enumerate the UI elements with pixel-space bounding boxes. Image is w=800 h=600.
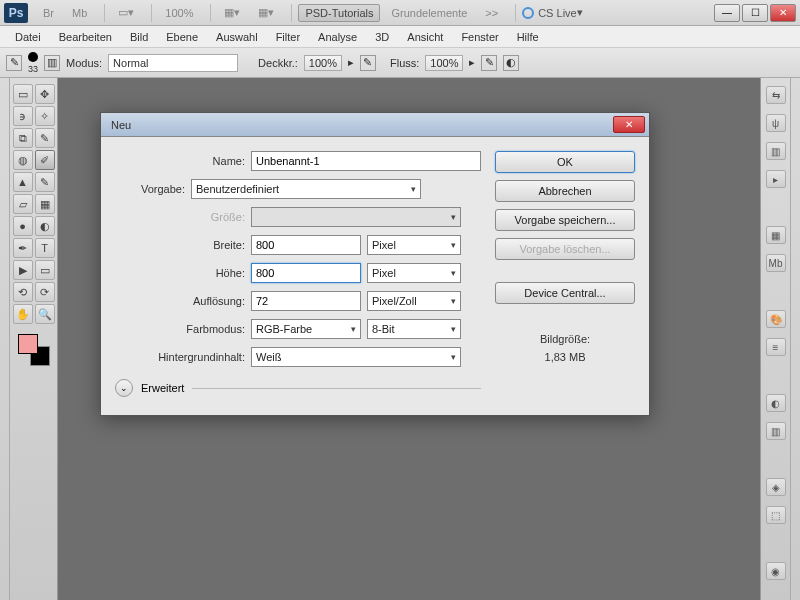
dodge-tool[interactable]: ◐	[35, 216, 55, 236]
maximize-button[interactable]: ☐	[742, 4, 768, 22]
background-select[interactable]: Weiß	[251, 347, 461, 367]
menu-analyse[interactable]: Analyse	[309, 31, 366, 43]
height-unit-select[interactable]: Pixel	[367, 263, 461, 283]
color-swatches[interactable]	[18, 334, 50, 366]
brush-panel-toggle[interactable]: ▥	[44, 55, 60, 71]
minimize-button[interactable]: —	[714, 4, 740, 22]
panel-icon-1[interactable]: ⇆	[766, 86, 786, 104]
panel-icon-11[interactable]: ◈	[766, 478, 786, 496]
background-label: Hintergrundinhalt:	[115, 351, 245, 363]
menu-3d[interactable]: 3D	[366, 31, 398, 43]
resolution-label: Auflösung:	[115, 295, 245, 307]
preset-label: Vorgabe:	[115, 183, 185, 195]
tablet-pressure-icon[interactable]: ◐	[503, 55, 519, 71]
name-input[interactable]	[251, 151, 481, 171]
blend-mode-select[interactable]: Normal	[108, 54, 238, 72]
panel-icon-10[interactable]: ▥	[766, 422, 786, 440]
crop-tool[interactable]: ⧉	[13, 128, 33, 148]
menu-ebene[interactable]: Ebene	[157, 31, 207, 43]
width-input[interactable]	[251, 235, 361, 255]
menu-filter[interactable]: Filter	[267, 31, 309, 43]
panel-icon-6[interactable]: Mb	[766, 254, 786, 272]
resolution-input[interactable]	[251, 291, 361, 311]
marquee-tool[interactable]: ▭	[13, 84, 33, 104]
menu-datei[interactable]: Datei	[6, 31, 50, 43]
height-input[interactable]	[251, 263, 361, 283]
zoom-level[interactable]: 100%	[158, 4, 200, 22]
airbrush-icon[interactable]: ✎	[481, 55, 497, 71]
advanced-label: Erweitert	[141, 382, 184, 394]
colormode-select[interactable]: RGB-Farbe	[251, 319, 361, 339]
menu-hilfe[interactable]: Hilfe	[508, 31, 548, 43]
eyedropper-tool[interactable]: ✎	[35, 128, 55, 148]
width-unit-select[interactable]: Pixel	[367, 235, 461, 255]
stamp-tool[interactable]: ▲	[13, 172, 33, 192]
3d-tool[interactable]: ⟲	[13, 282, 33, 302]
panel-icon-2[interactable]: ψ	[766, 114, 786, 132]
save-preset-button[interactable]: Vorgabe speichern...	[495, 209, 635, 231]
width-label: Breite:	[115, 239, 245, 251]
options-bar: ✎ 33 ▥ Modus: Normal Deckkr.: 100%▸ ✎ Fl…	[0, 48, 800, 78]
brush-preview[interactable]: 33	[28, 52, 38, 74]
history-brush-tool[interactable]: ✎	[35, 172, 55, 192]
move-tool[interactable]: ✥	[35, 84, 55, 104]
panel-icon-3[interactable]: ▥	[766, 142, 786, 160]
menu-fenster[interactable]: Fenster	[452, 31, 507, 43]
advanced-toggle[interactable]: ⌄	[115, 379, 133, 397]
workspace-more[interactable]: >>	[478, 4, 505, 22]
opacity-value[interactable]: 100%	[304, 55, 342, 71]
type-tool[interactable]: T	[35, 238, 55, 258]
magic-wand-tool[interactable]: ✧	[35, 106, 55, 126]
dialog-titlebar[interactable]: Neu ✕	[101, 113, 649, 137]
tool-preset-picker[interactable]: ✎	[6, 55, 22, 71]
panel-icon-13[interactable]: ◉	[766, 562, 786, 580]
resolution-unit-select[interactable]: Pixel/Zoll	[367, 291, 461, 311]
ok-button[interactable]: OK	[495, 151, 635, 173]
3d-camera-tool[interactable]: ⟳	[35, 282, 55, 302]
extras-button[interactable]: ▦▾	[251, 3, 281, 22]
left-edge	[0, 78, 10, 600]
device-central-button[interactable]: Device Central...	[495, 282, 635, 304]
gradient-tool[interactable]: ▦	[35, 194, 55, 214]
blur-tool[interactable]: ●	[13, 216, 33, 236]
workspace-tab-2[interactable]: Grundelemente	[384, 4, 474, 22]
panel-icon-5[interactable]: ▦	[766, 226, 786, 244]
arrange-button[interactable]: ▦▾	[217, 3, 247, 22]
minibridge-button[interactable]: Mb	[65, 4, 94, 22]
lasso-tool[interactable]: ϶	[13, 106, 33, 126]
hand-tool[interactable]: ✋	[13, 304, 33, 324]
flow-value[interactable]: 100%	[425, 55, 463, 71]
menu-ansicht[interactable]: Ansicht	[398, 31, 452, 43]
menu-auswahl[interactable]: Auswahl	[207, 31, 267, 43]
bridge-button[interactable]: Br	[36, 4, 61, 22]
right-edge	[790, 78, 800, 600]
menu-bild[interactable]: Bild	[121, 31, 157, 43]
brush-tool[interactable]: ✐	[35, 150, 55, 170]
cs-live-button[interactable]: CS Live ▾	[522, 6, 583, 19]
workspace-tab-1[interactable]: PSD-Tutorials	[298, 4, 380, 22]
ps-logo-icon: Ps	[4, 3, 28, 23]
path-select-tool[interactable]: ▶	[13, 260, 33, 280]
cancel-button[interactable]: Abbrechen	[495, 180, 635, 202]
panel-icon-4[interactable]: ▸	[766, 170, 786, 188]
panel-icon-9[interactable]: ◐	[766, 394, 786, 412]
cslive-icon	[522, 7, 534, 19]
panel-icon-12[interactable]: ⬚	[766, 506, 786, 524]
size-select	[251, 207, 461, 227]
opacity-pressure-icon[interactable]: ✎	[360, 55, 376, 71]
screen-mode-button[interactable]: ▭▾	[111, 3, 141, 22]
shape-tool[interactable]: ▭	[35, 260, 55, 280]
zoom-tool[interactable]: 🔍	[35, 304, 55, 324]
panel-icon-8[interactable]: ≡	[766, 338, 786, 356]
opacity-label: Deckkr.:	[258, 57, 298, 69]
menu-bearbeiten[interactable]: Bearbeiten	[50, 31, 121, 43]
imagesize-label: Bildgröße:	[495, 331, 635, 349]
eraser-tool[interactable]: ▱	[13, 194, 33, 214]
panel-icon-7[interactable]: 🎨	[766, 310, 786, 328]
colordepth-select[interactable]: 8-Bit	[367, 319, 461, 339]
pen-tool[interactable]: ✒	[13, 238, 33, 258]
dialog-close-button[interactable]: ✕	[613, 116, 645, 133]
preset-select[interactable]: Benutzerdefiniert	[191, 179, 421, 199]
healing-tool[interactable]: ◍	[13, 150, 33, 170]
close-button[interactable]: ✕	[770, 4, 796, 22]
